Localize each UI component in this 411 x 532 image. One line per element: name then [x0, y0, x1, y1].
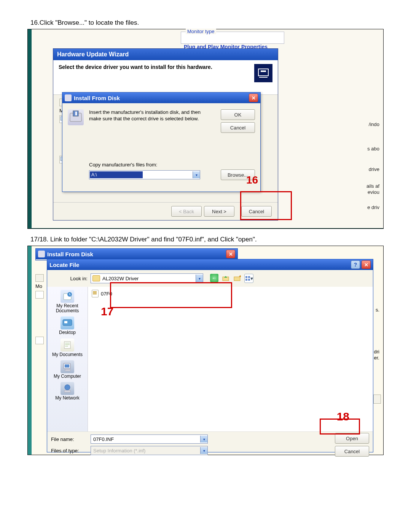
- ifd-body: Insert the manufacturer's installation d…: [62, 103, 260, 189]
- install-from-disk-dialog: Install From Disk ✕ Insert the manufactu…: [62, 92, 261, 192]
- lookin-value: AL2032W Driver: [102, 276, 139, 281]
- monitor-type-group: Monitor type: [181, 32, 284, 44]
- copy-from-dropdown-icon[interactable]: ▾: [193, 171, 200, 178]
- svg-rect-1: [261, 70, 266, 72]
- ifd2-title-text: Install From Disk: [47, 251, 93, 257]
- wizard-titlebar: Hardware Update Wizard: [53, 49, 278, 60]
- callout-17: 17: [101, 305, 113, 318]
- filename-dropdown-icon[interactable]: ▾: [200, 436, 207, 443]
- mynet-icon: [61, 382, 74, 395]
- wizard-hardware-icon: [254, 64, 272, 82]
- place-recent-label: My Recent Documents: [47, 304, 88, 313]
- place-mycomp-label: My Computer: [54, 374, 81, 379]
- locate-file-dialog: Locate File ? ✕ Look in: AL2032W Driver …: [47, 259, 373, 452]
- ifd2-title: Install From Disk: [38, 251, 93, 257]
- svg-rect-17: [64, 321, 67, 323]
- step16-instruction: 16.Click "Browse..." to locate the files…: [30, 19, 384, 27]
- locate-bottom-row: File name: 07F0.INF ▾ Files of type: Set…: [47, 431, 373, 458]
- ifd-message: Insert the manufacturer's installation d…: [89, 109, 203, 122]
- filetype-value: Setup Information (*.inf): [93, 448, 145, 454]
- place-mynet-label: My Network: [55, 396, 79, 401]
- place-desktop-label: Desktop: [59, 330, 76, 335]
- callout-16: 16: [246, 174, 258, 186]
- disk-icon-2: [38, 251, 45, 257]
- svg-rect-11: [248, 276, 250, 278]
- ifd-cancel-button[interactable]: Cancel: [221, 122, 255, 133]
- disk-icon: [65, 94, 72, 101]
- list-peek-2a: [35, 291, 44, 299]
- toolbar-icons: ← ✦ ▾: [210, 274, 253, 283]
- svg-rect-20: [65, 364, 69, 367]
- bg-text-frag-e: eviou: [368, 189, 379, 195]
- screenshot-17-18: Install From Disk ✕ Mo Locate File ? ✕ L…: [27, 246, 384, 455]
- place-mynet[interactable]: My Network: [47, 382, 88, 401]
- locate-close-button[interactable]: ✕: [362, 260, 371, 269]
- ifd-ok-button[interactable]: OK: [221, 109, 255, 120]
- filetype-combo: Setup Information (*.inf) ▾: [91, 446, 208, 455]
- ifd-titlebar: Install From Disk ✕: [62, 93, 260, 103]
- svg-rect-10: [245, 276, 247, 278]
- lookin-label: Look in:: [51, 276, 88, 281]
- svg-rect-18: [64, 342, 70, 348]
- desktop-icon: [61, 316, 74, 329]
- ifd2-close-button[interactable]: ✕: [226, 250, 235, 258]
- wizard-header: Select the device driver you want to ins…: [53, 60, 278, 95]
- copy-from-combo[interactable]: ▾: [89, 170, 200, 179]
- recent-icon: [61, 290, 74, 303]
- compat-checkbox-peek-2[interactable]: [35, 274, 44, 282]
- file-item-07f0[interactable]: 07F0: [92, 290, 369, 297]
- step1718-instruction: 17/18. Link to folder "C:\AL2032W Driver…: [30, 236, 384, 243]
- file-list-area[interactable]: 07F0 17: [88, 287, 373, 431]
- lookin-combo[interactable]: AL2032W Driver ▾: [91, 273, 203, 283]
- bg-text-frag2-b: er.: [374, 355, 379, 361]
- place-mydocs[interactable]: My Documents: [47, 339, 88, 357]
- locate-body: My Recent Documents Desktop My Documents: [47, 287, 373, 431]
- mycomp-icon: [61, 360, 74, 373]
- svg-rect-6: [75, 112, 77, 115]
- svg-rect-12: [245, 279, 247, 281]
- views-icon[interactable]: ▾: [244, 274, 253, 283]
- wizard-button-row: < Back Next > Cancel: [53, 202, 278, 220]
- monitor-type-label: Monitor type: [186, 29, 216, 34]
- lookin-dropdown-icon[interactable]: ▾: [196, 275, 203, 282]
- filename-value: 07F0.INF: [93, 436, 114, 442]
- svg-point-22: [65, 385, 70, 390]
- help-button[interactable]: ?: [351, 260, 360, 269]
- mydocs-icon: [61, 339, 74, 351]
- bg-text-frag2-c: s.: [376, 307, 379, 313]
- copy-from-label: Copy manufacturer's files from:: [89, 162, 158, 168]
- bg-text-frag-f: e driv: [367, 204, 379, 210]
- locate-toolbar: Look in: AL2032W Driver ▾ ← ✦ ▾: [47, 270, 373, 287]
- locate-cancel-button[interactable]: Cancel: [335, 446, 369, 457]
- list-peek-2b: [35, 337, 44, 344]
- bg-text-frag-c: drive: [369, 166, 379, 172]
- inf-file-icon: [92, 290, 99, 297]
- back-icon[interactable]: ←: [210, 274, 218, 282]
- folder-up-icon[interactable]: [221, 274, 230, 282]
- copy-from-input[interactable]: [90, 171, 143, 178]
- svg-rect-13: [248, 279, 250, 281]
- callout-18: 18: [337, 410, 349, 423]
- ifd-title-text: Install From Disk: [74, 95, 120, 101]
- locate-title-text: Locate File: [49, 262, 79, 268]
- file-item-label: 07F0: [101, 291, 112, 297]
- filetype-label: Files of type:: [51, 448, 87, 454]
- new-folder-icon[interactable]: ✦: [233, 274, 241, 282]
- ifd-close-button[interactable]: ✕: [249, 94, 258, 102]
- svg-rect-0: [258, 69, 268, 76]
- filename-combo[interactable]: 07F0.INF ▾: [91, 435, 208, 444]
- place-recent[interactable]: My Recent Documents: [47, 290, 88, 313]
- bg-text-frag-d: ails af: [366, 183, 379, 189]
- places-bar: My Recent Documents Desktop My Documents: [47, 287, 88, 431]
- open-button[interactable]: Open: [335, 433, 369, 444]
- place-desktop[interactable]: Desktop: [47, 316, 88, 335]
- wizard-cancel-button[interactable]: Cancel: [241, 206, 272, 217]
- place-mycomp[interactable]: My Computer: [47, 360, 88, 379]
- place-mydocs-label: My Documents: [52, 352, 83, 357]
- svg-text:✦: ✦: [239, 275, 241, 278]
- next-button[interactable]: Next >: [204, 206, 234, 217]
- back-button[interactable]: < Back: [171, 206, 202, 217]
- svg-rect-21: [65, 369, 70, 371]
- filename-label: File name:: [51, 436, 87, 442]
- bg-text-frag-b: s abo: [367, 146, 379, 152]
